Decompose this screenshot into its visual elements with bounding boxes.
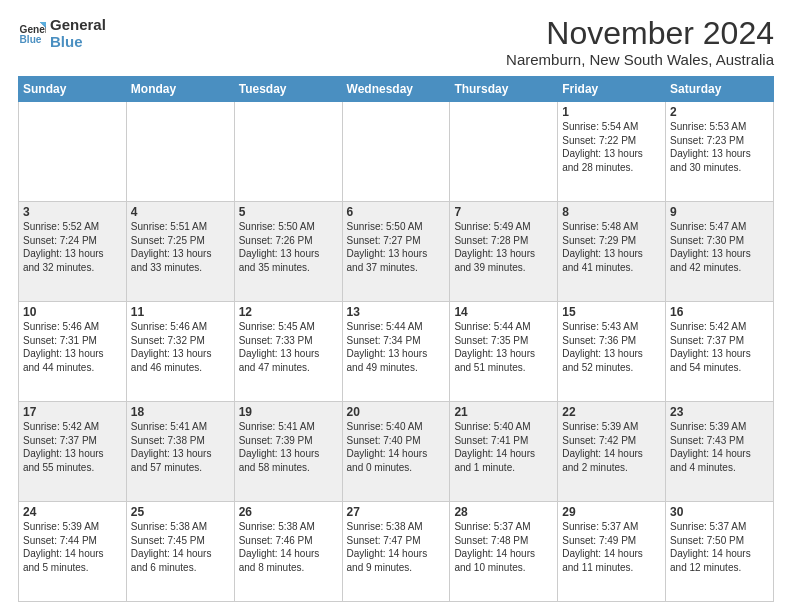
title-block: November 2024 Naremburn, New South Wales… [506, 16, 774, 68]
calendar-cell: 12Sunrise: 5:45 AM Sunset: 7:33 PM Dayli… [234, 302, 342, 402]
day-number: 13 [347, 305, 446, 319]
calendar-cell: 25Sunrise: 5:38 AM Sunset: 7:45 PM Dayli… [126, 502, 234, 602]
header-friday: Friday [558, 77, 666, 102]
calendar-cell: 7Sunrise: 5:49 AM Sunset: 7:28 PM Daylig… [450, 202, 558, 302]
calendar-cell: 6Sunrise: 5:50 AM Sunset: 7:27 PM Daylig… [342, 202, 450, 302]
day-info: Sunrise: 5:49 AM Sunset: 7:28 PM Dayligh… [454, 220, 553, 274]
calendar-cell: 20Sunrise: 5:40 AM Sunset: 7:40 PM Dayli… [342, 402, 450, 502]
day-info: Sunrise: 5:39 AM Sunset: 7:44 PM Dayligh… [23, 520, 122, 574]
header-thursday: Thursday [450, 77, 558, 102]
header-monday: Monday [126, 77, 234, 102]
logo: General Blue General Blue [18, 16, 106, 51]
calendar-header-row: Sunday Monday Tuesday Wednesday Thursday… [19, 77, 774, 102]
day-info: Sunrise: 5:48 AM Sunset: 7:29 PM Dayligh… [562, 220, 661, 274]
day-info: Sunrise: 5:39 AM Sunset: 7:42 PM Dayligh… [562, 420, 661, 474]
logo-blue: Blue [50, 33, 106, 50]
day-info: Sunrise: 5:38 AM Sunset: 7:47 PM Dayligh… [347, 520, 446, 574]
day-number: 26 [239, 505, 338, 519]
day-info: Sunrise: 5:38 AM Sunset: 7:45 PM Dayligh… [131, 520, 230, 574]
calendar-cell: 5Sunrise: 5:50 AM Sunset: 7:26 PM Daylig… [234, 202, 342, 302]
calendar-cell [126, 102, 234, 202]
day-info: Sunrise: 5:46 AM Sunset: 7:31 PM Dayligh… [23, 320, 122, 374]
day-info: Sunrise: 5:50 AM Sunset: 7:26 PM Dayligh… [239, 220, 338, 274]
day-number: 7 [454, 205, 553, 219]
calendar-cell: 9Sunrise: 5:47 AM Sunset: 7:30 PM Daylig… [666, 202, 774, 302]
calendar-cell: 19Sunrise: 5:41 AM Sunset: 7:39 PM Dayli… [234, 402, 342, 502]
day-info: Sunrise: 5:43 AM Sunset: 7:36 PM Dayligh… [562, 320, 661, 374]
main-title: November 2024 [506, 16, 774, 51]
day-number: 19 [239, 405, 338, 419]
calendar-week-0: 1Sunrise: 5:54 AM Sunset: 7:22 PM Daylig… [19, 102, 774, 202]
calendar: Sunday Monday Tuesday Wednesday Thursday… [18, 76, 774, 602]
day-number: 5 [239, 205, 338, 219]
day-number: 22 [562, 405, 661, 419]
calendar-cell: 16Sunrise: 5:42 AM Sunset: 7:37 PM Dayli… [666, 302, 774, 402]
calendar-cell: 15Sunrise: 5:43 AM Sunset: 7:36 PM Dayli… [558, 302, 666, 402]
header: General Blue General Blue November 2024 … [18, 16, 774, 68]
day-number: 30 [670, 505, 769, 519]
day-number: 6 [347, 205, 446, 219]
logo-general: General [50, 16, 106, 33]
calendar-cell: 28Sunrise: 5:37 AM Sunset: 7:48 PM Dayli… [450, 502, 558, 602]
day-info: Sunrise: 5:41 AM Sunset: 7:38 PM Dayligh… [131, 420, 230, 474]
day-number: 12 [239, 305, 338, 319]
day-info: Sunrise: 5:53 AM Sunset: 7:23 PM Dayligh… [670, 120, 769, 174]
day-number: 2 [670, 105, 769, 119]
calendar-cell: 3Sunrise: 5:52 AM Sunset: 7:24 PM Daylig… [19, 202, 127, 302]
day-info: Sunrise: 5:42 AM Sunset: 7:37 PM Dayligh… [670, 320, 769, 374]
day-info: Sunrise: 5:47 AM Sunset: 7:30 PM Dayligh… [670, 220, 769, 274]
calendar-cell: 24Sunrise: 5:39 AM Sunset: 7:44 PM Dayli… [19, 502, 127, 602]
day-info: Sunrise: 5:44 AM Sunset: 7:34 PM Dayligh… [347, 320, 446, 374]
day-info: Sunrise: 5:37 AM Sunset: 7:50 PM Dayligh… [670, 520, 769, 574]
day-info: Sunrise: 5:41 AM Sunset: 7:39 PM Dayligh… [239, 420, 338, 474]
calendar-cell: 23Sunrise: 5:39 AM Sunset: 7:43 PM Dayli… [666, 402, 774, 502]
calendar-cell: 29Sunrise: 5:37 AM Sunset: 7:49 PM Dayli… [558, 502, 666, 602]
day-info: Sunrise: 5:40 AM Sunset: 7:41 PM Dayligh… [454, 420, 553, 474]
calendar-cell: 2Sunrise: 5:53 AM Sunset: 7:23 PM Daylig… [666, 102, 774, 202]
calendar-cell: 13Sunrise: 5:44 AM Sunset: 7:34 PM Dayli… [342, 302, 450, 402]
svg-text:Blue: Blue [20, 34, 42, 45]
calendar-cell: 1Sunrise: 5:54 AM Sunset: 7:22 PM Daylig… [558, 102, 666, 202]
day-number: 24 [23, 505, 122, 519]
day-info: Sunrise: 5:46 AM Sunset: 7:32 PM Dayligh… [131, 320, 230, 374]
day-info: Sunrise: 5:50 AM Sunset: 7:27 PM Dayligh… [347, 220, 446, 274]
day-info: Sunrise: 5:54 AM Sunset: 7:22 PM Dayligh… [562, 120, 661, 174]
day-info: Sunrise: 5:52 AM Sunset: 7:24 PM Dayligh… [23, 220, 122, 274]
day-number: 28 [454, 505, 553, 519]
day-number: 17 [23, 405, 122, 419]
header-saturday: Saturday [666, 77, 774, 102]
calendar-cell: 10Sunrise: 5:46 AM Sunset: 7:31 PM Dayli… [19, 302, 127, 402]
calendar-week-1: 3Sunrise: 5:52 AM Sunset: 7:24 PM Daylig… [19, 202, 774, 302]
calendar-cell: 22Sunrise: 5:39 AM Sunset: 7:42 PM Dayli… [558, 402, 666, 502]
day-number: 16 [670, 305, 769, 319]
day-number: 8 [562, 205, 661, 219]
day-info: Sunrise: 5:45 AM Sunset: 7:33 PM Dayligh… [239, 320, 338, 374]
day-number: 27 [347, 505, 446, 519]
calendar-cell: 26Sunrise: 5:38 AM Sunset: 7:46 PM Dayli… [234, 502, 342, 602]
day-info: Sunrise: 5:42 AM Sunset: 7:37 PM Dayligh… [23, 420, 122, 474]
day-number: 1 [562, 105, 661, 119]
calendar-cell: 8Sunrise: 5:48 AM Sunset: 7:29 PM Daylig… [558, 202, 666, 302]
calendar-week-3: 17Sunrise: 5:42 AM Sunset: 7:37 PM Dayli… [19, 402, 774, 502]
calendar-body: 1Sunrise: 5:54 AM Sunset: 7:22 PM Daylig… [19, 102, 774, 602]
calendar-cell [19, 102, 127, 202]
day-info: Sunrise: 5:38 AM Sunset: 7:46 PM Dayligh… [239, 520, 338, 574]
day-info: Sunrise: 5:37 AM Sunset: 7:49 PM Dayligh… [562, 520, 661, 574]
header-wednesday: Wednesday [342, 77, 450, 102]
day-number: 25 [131, 505, 230, 519]
calendar-cell [234, 102, 342, 202]
calendar-week-2: 10Sunrise: 5:46 AM Sunset: 7:31 PM Dayli… [19, 302, 774, 402]
calendar-cell [342, 102, 450, 202]
calendar-cell: 14Sunrise: 5:44 AM Sunset: 7:35 PM Dayli… [450, 302, 558, 402]
day-number: 21 [454, 405, 553, 419]
day-number: 11 [131, 305, 230, 319]
day-info: Sunrise: 5:39 AM Sunset: 7:43 PM Dayligh… [670, 420, 769, 474]
calendar-cell: 21Sunrise: 5:40 AM Sunset: 7:41 PM Dayli… [450, 402, 558, 502]
page: General Blue General Blue November 2024 … [0, 0, 792, 612]
day-number: 15 [562, 305, 661, 319]
calendar-cell: 17Sunrise: 5:42 AM Sunset: 7:37 PM Dayli… [19, 402, 127, 502]
day-info: Sunrise: 5:40 AM Sunset: 7:40 PM Dayligh… [347, 420, 446, 474]
calendar-cell: 27Sunrise: 5:38 AM Sunset: 7:47 PM Dayli… [342, 502, 450, 602]
day-number: 4 [131, 205, 230, 219]
logo-icon: General Blue [18, 19, 46, 47]
